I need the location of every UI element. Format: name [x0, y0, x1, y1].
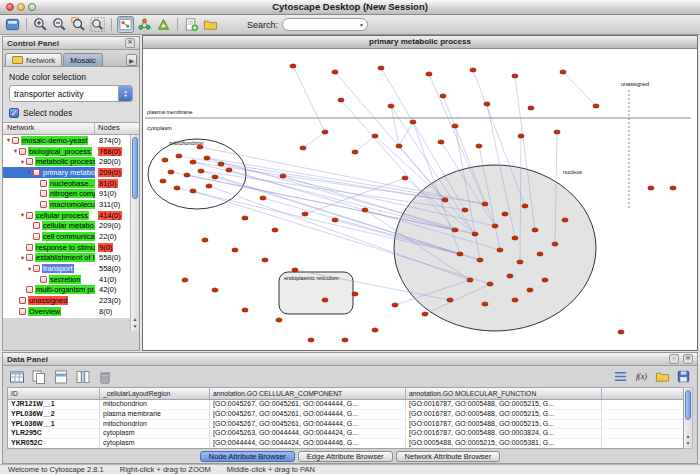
- attribute-table[interactable]: ID_cellularLayoutRegionannotation.GO CEL…: [7, 387, 684, 449]
- table-row[interactable]: YJR121W__1mitochondrion[GO:0045267, GO:0…: [8, 400, 683, 410]
- mitochondrion-region[interactable]: [148, 139, 246, 209]
- network-node[interactable]: [487, 282, 493, 286]
- column-header-annotation-go-molecular-function[interactable]: annotation.GO MOLECULAR_FUNCTION: [406, 388, 602, 399]
- network-node[interactable]: [670, 186, 676, 190]
- network-node[interactable]: [512, 74, 518, 78]
- zoom-window-icon[interactable]: [28, 3, 36, 11]
- network-node[interactable]: [218, 162, 224, 166]
- network-node[interactable]: [308, 338, 314, 342]
- tree-row[interactable]: ▼primary metabo...209(0): [3, 167, 130, 178]
- title-bar[interactable]: Cytoscape Desktop (New Session): [0, 0, 700, 15]
- network-node[interactable]: [300, 146, 306, 150]
- table-row[interactable]: YPL036W__1mitochondrion[GO:0045267, GO:0…: [8, 420, 683, 430]
- table-scroll-up-icon[interactable]: ▲: [684, 433, 692, 440]
- collapse-expander-icon[interactable]: ▼: [26, 169, 33, 175]
- network-node[interactable]: [512, 298, 518, 302]
- select-all-rows-icon[interactable]: [52, 368, 69, 385]
- select-attributes-icon[interactable]: [8, 368, 25, 385]
- network-node[interactable]: [262, 258, 268, 262]
- tree-row[interactable]: ▼transport558(0): [3, 263, 130, 274]
- network-node[interactable]: [560, 70, 566, 74]
- nucleus-region[interactable]: [394, 165, 596, 331]
- collapse-expander-icon[interactable]: ▼: [26, 266, 33, 272]
- new-column-icon[interactable]: [74, 368, 91, 385]
- network-node[interactable]: [212, 288, 218, 292]
- column-header--cellularlayoutregion[interactable]: _cellularLayoutRegion: [100, 388, 210, 399]
- tree-column-network[interactable]: Network: [3, 123, 95, 134]
- network-node[interactable]: [184, 173, 190, 177]
- network-node[interactable]: [280, 174, 286, 178]
- tree-row[interactable]: ▼metabolic process280(0): [3, 156, 130, 167]
- table-row[interactable]: YKR052Ccytoplasm[GO:0044444, GO:0044424,…: [8, 439, 683, 449]
- tree-row[interactable]: cell communica...22(0): [3, 231, 130, 242]
- zoom-selected-region-icon[interactable]: [70, 16, 87, 33]
- network-node[interactable]: [410, 120, 416, 124]
- network-node[interactable]: [276, 318, 282, 322]
- network-node[interactable]: [517, 260, 523, 264]
- network-node[interactable]: [290, 64, 296, 68]
- network-node[interactable]: [462, 208, 468, 212]
- color-attribute-dropdown[interactable]: transporter activity ▲▼: [9, 85, 133, 102]
- network-node[interactable]: [372, 134, 378, 138]
- collapse-expander-icon[interactable]: ▼: [5, 137, 12, 143]
- close-window-icon[interactable]: [6, 3, 14, 11]
- network-node[interactable]: [512, 236, 518, 240]
- network-node[interactable]: [542, 278, 548, 282]
- network-canvas-svg[interactable]: plasma membranecytoplasmmitochondrionnuc…: [143, 48, 697, 350]
- network-node[interactable]: [528, 106, 534, 110]
- network-node[interactable]: [440, 94, 446, 98]
- network-node[interactable]: [396, 144, 402, 148]
- network-node[interactable]: [182, 278, 188, 282]
- tree-row[interactable]: ▼biological_process768(0): [3, 146, 130, 157]
- network-node[interactable]: [537, 252, 543, 256]
- zoom-out-icon[interactable]: [51, 16, 68, 33]
- network-node[interactable]: [457, 252, 463, 256]
- network-node[interactable]: [522, 204, 528, 208]
- network-node[interactable]: [260, 196, 266, 200]
- network-node[interactable]: [342, 338, 348, 342]
- network-node[interactable]: [206, 184, 212, 188]
- scroll-up-icon[interactable]: ▲: [131, 316, 139, 323]
- show-graphics-details-icon[interactable]: [117, 16, 134, 33]
- network-node[interactable]: [338, 98, 344, 102]
- tree-row[interactable]: nitrogen compo...91(0): [3, 188, 130, 199]
- network-node[interactable]: [527, 288, 533, 292]
- network-node[interactable]: [402, 176, 408, 180]
- network-node[interactable]: [190, 189, 196, 193]
- copy-rows-icon[interactable]: [30, 368, 47, 385]
- tree-row[interactable]: nucleobase...81(0): [3, 178, 130, 189]
- data-panel-float-icon[interactable]: ▫: [669, 354, 679, 364]
- network-node[interactable]: [532, 228, 538, 232]
- more-tabs-arrow-icon[interactable]: ▶: [126, 54, 137, 66]
- network-node[interactable]: [352, 292, 358, 296]
- search-input[interactable]: [282, 18, 368, 31]
- network-node[interactable]: [378, 66, 384, 70]
- network-node[interactable]: [302, 212, 308, 216]
- tree-row[interactable]: ▼establishment of l...558(0): [3, 253, 130, 264]
- zoom-fit-icon[interactable]: [89, 16, 106, 33]
- network-node[interactable]: [452, 228, 458, 232]
- dropdown-arrows-icon[interactable]: ▲▼: [118, 86, 132, 101]
- vizmapper-icon[interactable]: [155, 16, 172, 33]
- network-node[interactable]: [554, 130, 560, 134]
- network-node[interactable]: [232, 248, 238, 252]
- tree-row[interactable]: macromolecul...311(0): [3, 199, 130, 210]
- network-node[interactable]: [162, 158, 168, 162]
- network-node[interactable]: [332, 70, 338, 74]
- table-row[interactable]: YLR295Ccytoplasm[GO:0045263, GO:0044444,…: [8, 429, 683, 439]
- collapse-expander-icon[interactable]: ▼: [12, 148, 19, 154]
- save-attributes-icon[interactable]: [675, 368, 692, 385]
- network-node[interactable]: [470, 68, 476, 72]
- formula-builder-icon[interactable]: f(x): [633, 368, 650, 385]
- tree-column-nodes[interactable]: Nodes: [95, 123, 139, 134]
- tree-row[interactable]: response to stimu...9(0): [3, 242, 130, 253]
- network-node[interactable]: [482, 202, 488, 206]
- network-node[interactable]: [492, 224, 498, 228]
- column-header-id[interactable]: ID: [8, 388, 100, 399]
- attribute-list-icon[interactable]: [612, 368, 629, 385]
- tree-scrollbar-thumb[interactable]: [132, 137, 138, 199]
- search-options-icon[interactable]: ▼: [359, 22, 364, 28]
- tree-scrollbar[interactable]: ▲ ▼: [130, 135, 139, 331]
- tree-row[interactable]: Overview8(0): [3, 306, 130, 317]
- network-node[interactable]: [168, 170, 174, 174]
